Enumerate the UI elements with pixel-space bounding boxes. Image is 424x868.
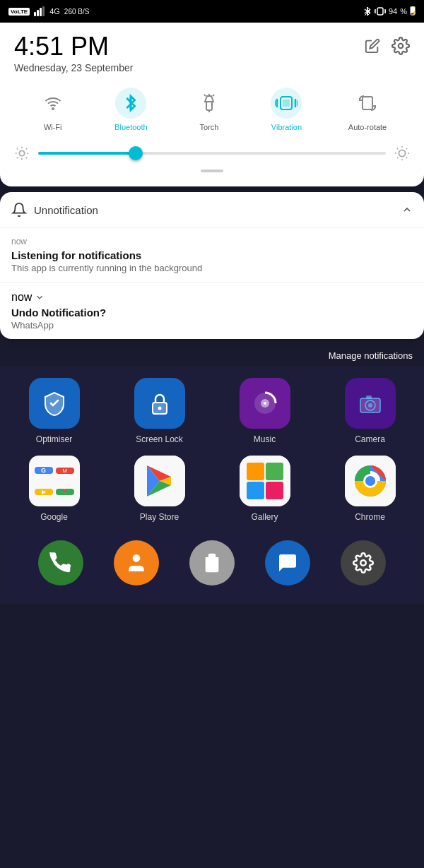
- bluetooth-icon-container: [115, 88, 146, 119]
- notification-icon: [11, 202, 27, 218]
- notif-expand-icon[interactable]: [35, 292, 45, 302]
- autorotate-icon: [358, 93, 377, 113]
- svg-point-57: [368, 403, 372, 408]
- notif-subtitle-2: WhatsApp: [11, 320, 413, 331]
- svg-point-74: [361, 560, 367, 566]
- brightness-slider[interactable]: [38, 152, 386, 155]
- torch-label: Torch: [200, 123, 219, 131]
- svg-rect-7: [377, 8, 383, 15]
- app-gallery[interactable]: Gallery: [219, 456, 310, 522]
- qs-date: Wednesday, 23 September: [14, 62, 133, 73]
- toggle-row: Wi-Fi Bluetooth: [14, 88, 410, 131]
- edit-icon[interactable]: [365, 38, 380, 54]
- optimiser-label: Optimiser: [36, 434, 72, 444]
- svg-line-22: [204, 95, 206, 96]
- wifi-icon-container: [37, 88, 69, 119]
- svg-point-71: [132, 554, 140, 562]
- quick-settings-panel: 4:51 PM Wednesday, 23 September: [0, 23, 424, 186]
- battery-level: 94: [389, 7, 397, 16]
- dock-phone[interactable]: [38, 540, 83, 585]
- notif-item-1[interactable]: now Listening for notifications This app…: [0, 228, 424, 283]
- data-speed: 260 B/S: [64, 8, 90, 16]
- charging-icon: ⚡: [410, 6, 416, 16]
- notification-panel: Unnotification now Listening for notific…: [0, 192, 424, 339]
- brightness-high-icon: [394, 145, 410, 161]
- chrome-icon: [345, 456, 396, 506]
- brightness-thumb[interactable]: [129, 146, 143, 160]
- svg-point-32: [19, 150, 24, 155]
- svg-marker-20: [205, 96, 213, 102]
- notif-title: Unnotification: [34, 204, 394, 216]
- notif-time-1: now: [11, 237, 413, 246]
- notif-header[interactable]: Unnotification: [0, 192, 424, 228]
- svg-rect-61: [240, 456, 290, 506]
- svg-rect-19: [206, 102, 212, 110]
- google-icon: G M ▶ 📍: [29, 456, 80, 506]
- app-google[interactable]: G M ▶ 📍 Google: [8, 456, 100, 522]
- manage-notifications[interactable]: Manage notifications: [0, 345, 424, 367]
- dock-settings[interactable]: [341, 540, 386, 585]
- camera-label: Camera: [355, 434, 385, 444]
- svg-rect-0: [34, 12, 36, 16]
- vibration-toggle[interactable]: Vibration: [271, 88, 302, 131]
- notif-title-2: Undo Notification?: [11, 307, 413, 319]
- qs-header: 4:51 PM Wednesday, 23 September: [14, 34, 410, 73]
- vibration-icon: [275, 94, 298, 112]
- notif-subtitle-1: This app is currently running in the bac…: [11, 263, 413, 273]
- app-grid: Optimiser Screen Lock Music: [0, 367, 424, 604]
- wifi-toggle[interactable]: Wi-Fi: [37, 88, 69, 131]
- notif-time-row-2: now: [11, 291, 413, 304]
- svg-point-16: [399, 44, 404, 49]
- bluetooth-toggle[interactable]: Bluetooth: [114, 88, 147, 131]
- svg-line-23: [213, 95, 214, 96]
- bluetooth-status-icon: [363, 6, 372, 17]
- vibration-icon-container: [271, 88, 302, 119]
- volte-badge: VoLTE: [8, 8, 30, 16]
- app-optimiser[interactable]: Optimiser: [8, 378, 100, 444]
- torch-icon: [201, 93, 218, 113]
- app-screenlock[interactable]: Screen Lock: [114, 378, 205, 444]
- svg-rect-64: [247, 482, 264, 499]
- signal-strength: [34, 6, 45, 16]
- qs-action-icons: [365, 37, 410, 55]
- app-row-1: Optimiser Screen Lock Music: [8, 378, 416, 444]
- wifi-label: Wi-Fi: [44, 123, 62, 131]
- settings-icon[interactable]: [391, 37, 410, 55]
- app-row-2: G M ▶ 📍 Google Play Store: [8, 456, 416, 522]
- svg-line-35: [17, 148, 18, 149]
- autorotate-icon-container: [352, 88, 383, 119]
- app-playstore[interactable]: Play Store: [114, 456, 205, 522]
- screenlock-label: Screen Lock: [136, 434, 183, 444]
- svg-point-51: [158, 407, 161, 410]
- dock-contacts[interactable]: [114, 540, 159, 585]
- bottom-dock: [8, 533, 416, 593]
- battery-percent-sign: %: [400, 7, 407, 16]
- autorotate-label: Auto-rotate: [348, 123, 387, 131]
- chrome-label: Chrome: [355, 512, 385, 522]
- google-label: Google: [40, 512, 68, 522]
- app-camera[interactable]: Camera: [324, 378, 416, 444]
- svg-rect-3: [42, 6, 45, 16]
- svg-rect-1: [37, 10, 39, 16]
- app-chrome[interactable]: Chrome: [324, 456, 416, 522]
- status-right: 94 % ⚡: [363, 6, 416, 17]
- svg-line-48: [397, 157, 398, 158]
- drag-handle: [201, 170, 223, 172]
- notif-item-2[interactable]: now Undo Notification? WhatsApp: [0, 283, 424, 339]
- torch-toggle[interactable]: Torch: [194, 88, 225, 131]
- music-icon: [240, 378, 290, 429]
- dock-messages[interactable]: [265, 540, 310, 585]
- qs-time-date: 4:51 PM Wednesday, 23 September: [14, 34, 133, 73]
- notif-title-1: Listening for notifications: [11, 249, 413, 261]
- notif-collapse-icon[interactable]: [401, 204, 413, 215]
- optimiser-icon: [29, 378, 80, 429]
- app-music[interactable]: Music: [219, 378, 310, 444]
- network-type: 4G: [49, 7, 60, 16]
- svg-point-70: [365, 476, 375, 486]
- svg-rect-2: [40, 8, 42, 16]
- dock-delete[interactable]: [189, 540, 235, 585]
- bluetooth-icon: [123, 93, 139, 113]
- music-label: Music: [254, 434, 276, 444]
- screenlock-icon: [134, 378, 185, 429]
- autorotate-toggle[interactable]: Auto-rotate: [348, 88, 387, 131]
